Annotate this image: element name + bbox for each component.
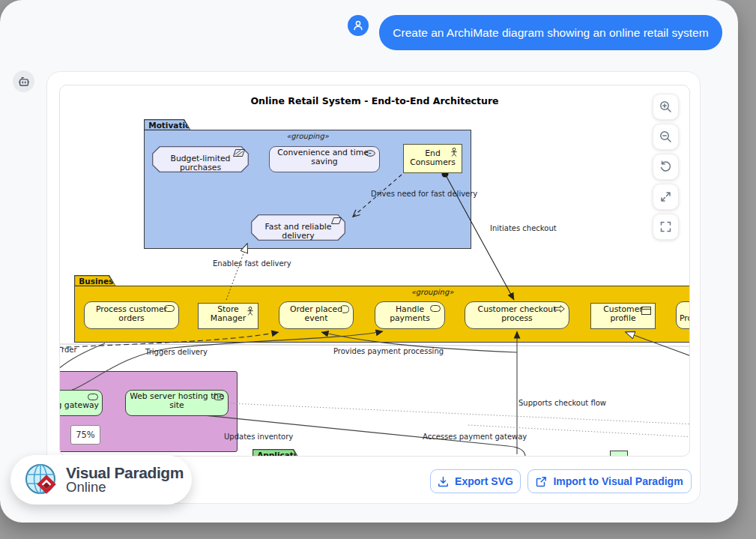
visual-paradigm-logo[interactable]: Visual Paradigm Online — [10, 455, 192, 505]
element-store-manager: Store Manager — [198, 303, 258, 329]
label-initiates: Initiates checkout — [490, 224, 557, 232]
brand-subtitle: Online — [66, 481, 184, 495]
external-link-icon — [536, 476, 547, 487]
export-svg-button[interactable]: Export SVG — [430, 469, 521, 493]
label-updates: Updates inventory — [224, 433, 293, 441]
element-web-server: Web server hosting the site — [125, 390, 229, 416]
label-enables: Enables fast delivery — [213, 259, 291, 268]
zoom-in-button[interactable] — [653, 94, 679, 120]
element-customer-checkout-process: Customer checkout process — [465, 301, 569, 329]
user-icon — [352, 19, 364, 31]
diagram-panel: Online Retail System - End-to-End Archit… — [46, 71, 701, 504]
reset-icon — [659, 160, 672, 173]
assistant-avatar — [13, 70, 34, 92]
element-gateway-clipped: ing gateway — [59, 390, 103, 416]
download-icon — [438, 476, 449, 487]
label-accesses: Accesses payment gateway — [423, 433, 527, 441]
service-icon — [88, 394, 98, 400]
progress-badge: 75% — [70, 425, 100, 445]
element-end-consumers: End Consumers — [403, 144, 462, 173]
zoom-in-icon — [659, 100, 672, 113]
page: { "chat": { "user_message": "Create an A… — [0, 0, 756, 539]
expand-icon — [659, 190, 672, 203]
robot-icon — [17, 75, 31, 88]
label-drives: Drives need for fast delivery — [371, 190, 477, 198]
import-to-vp-button[interactable]: Import to Visual Paradigm — [527, 469, 692, 493]
element-process-customer-orders: Process customer orders — [84, 301, 179, 329]
visual-paradigm-globe-icon — [24, 462, 60, 498]
label-triggers: Triggers delivery — [145, 348, 208, 356]
business-group-tab: Business — [74, 275, 116, 286]
diagram-title: Online Retail System - End-to-End Archit… — [60, 95, 689, 106]
clipped-application-element — [610, 451, 628, 457]
import-to-vp-label: Import to Visual Paradigm — [553, 475, 683, 487]
fullscreen-button[interactable] — [653, 214, 679, 240]
zoom-out-button[interactable] — [653, 124, 679, 150]
user-message-bubble: Create an ArchiMate diagram showing an o… — [379, 15, 722, 50]
element-budget-limited-purchases: Budget-limited purchases — [152, 146, 249, 172]
reset-view-button[interactable] — [653, 154, 679, 180]
element-handle-payments: Handle payments — [375, 301, 445, 329]
motivation-group-tab: Motivation — [144, 119, 191, 130]
application-group-tab: Application — [252, 449, 300, 457]
user-avatar — [348, 15, 369, 36]
element-convenience: Convenience and time-saving — [269, 146, 380, 172]
motivation-stereotype: «grouping» — [144, 132, 471, 140]
label-partial-left: rder — [61, 346, 77, 354]
label-supports: Supports checkout flow — [518, 399, 606, 407]
visual-paradigm-wordmark: Visual Paradigm Online — [66, 465, 184, 495]
element-fast-reliable-delivery: Fast and reliable delivery — [251, 214, 345, 241]
element-order-placed-event: Order placed event — [279, 301, 354, 329]
element-customer-profile: Customer profile — [590, 303, 656, 329]
fullscreen-icon — [659, 220, 672, 233]
business-stereotype: «grouping» — [345, 288, 520, 296]
export-svg-label: Export SVG — [455, 475, 513, 487]
zoom-out-icon — [659, 130, 672, 143]
brand-title: Visual Paradigm — [66, 465, 184, 481]
chat-card: Create an ArchiMate diagram showing an o… — [0, 0, 738, 523]
element-clipped-right: Pro — [676, 301, 690, 329]
expand-button[interactable] — [653, 184, 679, 210]
label-provides: Provides payment processing — [333, 347, 444, 355]
diagram-canvas[interactable]: Online Retail System - End-to-End Archit… — [59, 85, 690, 457]
